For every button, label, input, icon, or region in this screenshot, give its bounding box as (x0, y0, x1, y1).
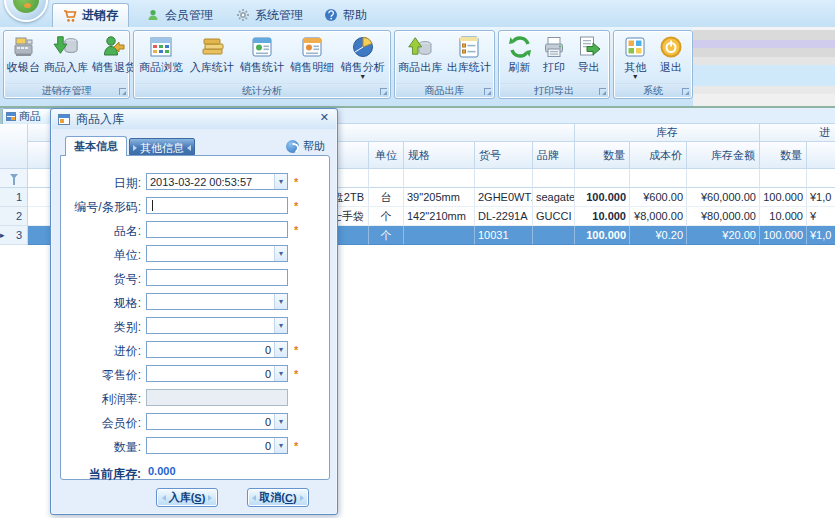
sales-detail-button[interactable]: 销售明细 (288, 33, 336, 74)
row-number: 1 (0, 188, 28, 207)
close-icon[interactable]: ✕ (320, 111, 329, 124)
goods-stock-in-button[interactable]: 商品入库 (42, 33, 90, 74)
retail-price-input[interactable]: 0 ▾ (146, 365, 288, 382)
grid-icon (6, 112, 16, 121)
filter-cell[interactable] (687, 169, 760, 188)
stock-in-submit-button[interactable]: 入库(S) (156, 488, 218, 507)
dropdown-arrow-icon[interactable]: ▼ (632, 74, 639, 80)
filter-cell[interactable] (369, 169, 404, 188)
dropdown-arrow-icon[interactable]: ▾ (274, 174, 287, 189)
sku-input[interactable] (146, 269, 288, 286)
retail-price-label: 零售价: (55, 367, 141, 384)
print-button[interactable]: 打印 (539, 33, 569, 74)
ribbon-group-statistics: 商品浏览 入库统计 销售统计 销售明细 销售分析 ▼ 统计分析 (133, 30, 391, 99)
dropdown-arrow-icon[interactable]: ▾ (274, 342, 287, 357)
date-value: 2013-03-22 00:53:57 (147, 176, 274, 188)
quantity-label: 数量: (55, 439, 141, 456)
dialog-window-icon (58, 114, 70, 125)
help-link[interactable]: 帮助 (286, 139, 325, 154)
col-header-spec[interactable]: 规格 (404, 142, 475, 169)
field-row-product-name: 品名: * (51, 221, 339, 240)
col-header-cost-price[interactable]: 成本价 (630, 142, 687, 169)
checklist-icon (456, 34, 482, 60)
filter-cell[interactable] (575, 169, 630, 188)
dropdown-arrow-icon[interactable]: ▾ (274, 318, 287, 333)
cell-clipped: ¥1,0 (807, 188, 835, 207)
dialog-launcher-icon[interactable] (380, 88, 387, 95)
col-header-clipped[interactable] (807, 142, 835, 169)
col-header-qty2[interactable]: 数量 (760, 142, 807, 169)
help-icon (286, 140, 299, 153)
dropdown-arrow-icon[interactable]: ▼ (359, 74, 366, 80)
other-button[interactable]: 其他 ▼ (620, 33, 650, 81)
dropdown-arrow-icon[interactable]: ▾ (274, 366, 287, 381)
dialog-launcher-icon[interactable] (682, 88, 689, 95)
cell-sku: DL-2291A (475, 207, 533, 226)
category-select[interactable]: ▾ (146, 317, 288, 334)
dialog-launcher-icon[interactable] (599, 88, 606, 95)
retail-price-value: 0 (147, 368, 274, 380)
dropdown-arrow-icon[interactable]: ▾ (274, 414, 287, 429)
other-grid-icon (622, 34, 648, 60)
required-marker: * (294, 200, 298, 212)
sales-return-button[interactable]: 销售退货 (90, 33, 138, 74)
stock-in-stats-button[interactable]: 入库统计 (188, 33, 236, 74)
cell-unit: 个 (369, 207, 404, 226)
quantity-value: 0 (147, 440, 274, 452)
button-label: 销售退货 (92, 61, 136, 73)
tab-help[interactable]: 帮助 (314, 3, 377, 27)
col-header-stock-amount[interactable]: 库存金额 (687, 142, 760, 169)
export-button[interactable]: 导出 (574, 33, 604, 74)
purchase-price-input[interactable]: 0 ▾ (146, 341, 288, 358)
dialog-launcher-icon[interactable] (484, 88, 491, 95)
cash-register-icon (11, 34, 37, 60)
dialog-tab-other-info[interactable]: 其他信息 (129, 138, 195, 156)
dialog-launcher-icon[interactable] (119, 88, 126, 95)
tab-member-management[interactable]: 会员管理 (136, 3, 223, 27)
dropdown-arrow-icon[interactable]: ▾ (274, 246, 287, 261)
filter-cell[interactable] (760, 169, 807, 188)
product-name-input[interactable] (146, 221, 288, 238)
sales-stats-button[interactable]: 销售统计 (238, 33, 286, 74)
filter-cell[interactable] (475, 169, 533, 188)
filter-cell[interactable] (404, 169, 475, 188)
filter-cell[interactable] (630, 169, 687, 188)
stock-out-stats-button[interactable]: 出库统计 (445, 33, 493, 74)
unit-select[interactable]: ▾ (146, 245, 288, 262)
spec-select[interactable]: ▾ (146, 293, 288, 310)
exit-button[interactable]: 退出 (656, 33, 686, 74)
sales-analysis-button[interactable]: 销售分析 ▼ (339, 33, 387, 81)
dropdown-arrow-icon[interactable]: ▾ (274, 438, 287, 453)
dropdown-arrow-icon[interactable]: ▾ (274, 294, 287, 309)
pie-chart-icon (350, 34, 376, 60)
document-tab-label: 商品 (19, 109, 41, 124)
col-header-sku[interactable]: 货号 (475, 142, 533, 169)
dialog-tab-basic-info[interactable]: 基本信息 (65, 136, 127, 156)
filter-cell[interactable] (533, 169, 575, 188)
required-marker: * (294, 224, 298, 236)
cancel-button[interactable]: 取消(C) (247, 488, 309, 507)
dialog-title-bar[interactable]: 商品入库 (52, 110, 336, 129)
cell-stock-amount: ¥20.00 (687, 226, 760, 245)
required-marker: * (294, 344, 298, 356)
quantity-input[interactable]: 0 ▾ (146, 437, 288, 454)
barcode-input[interactable] (146, 197, 288, 214)
refresh-button[interactable]: 刷新 (505, 33, 535, 74)
col-header-unit[interactable]: 单位 (369, 142, 404, 169)
goods-browse-button[interactable]: 商品浏览 (137, 33, 185, 74)
goods-stock-out-button[interactable]: 商品出库 (396, 33, 444, 74)
field-row-quantity: 数量: 0 ▾ * (51, 437, 339, 456)
ribbon-group-stock-out: 商品出库 出库统计 商品出库 (394, 30, 495, 99)
tab-purchase-sale-inventory[interactable]: 进销存 (52, 3, 129, 27)
date-input[interactable]: 2013-03-22 00:53:57 ▾ (146, 173, 288, 190)
button-label: 取消( (259, 490, 285, 505)
required-marker: * (294, 368, 298, 380)
filter-cell[interactable] (807, 169, 835, 188)
col-header-stock-qty[interactable]: 数量 (575, 142, 630, 169)
cashier-button[interactable]: 收银台 (5, 33, 42, 74)
member-price-input[interactable]: 0 ▾ (146, 413, 288, 430)
col-header-brand[interactable]: 品牌 (533, 142, 575, 169)
button-label: 打印 (543, 61, 565, 73)
button-label: 其他 (624, 61, 646, 73)
tab-system-management[interactable]: 系统管理 (226, 3, 313, 27)
